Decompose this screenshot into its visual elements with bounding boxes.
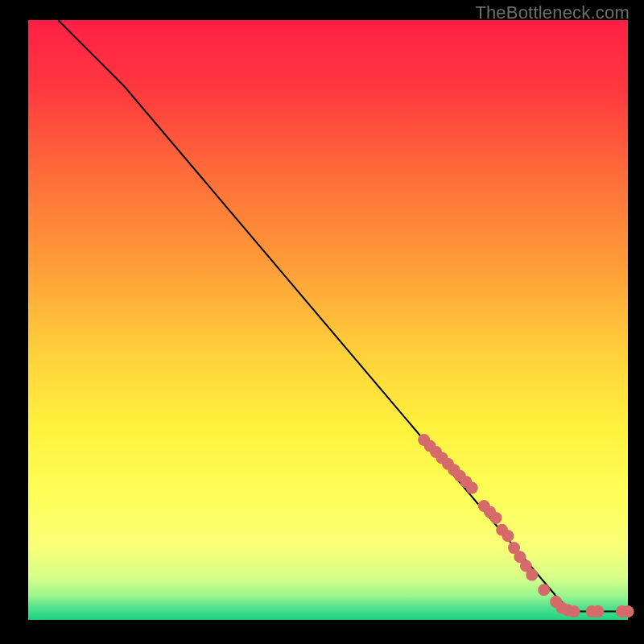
bottleneck-curve [58, 20, 628, 612]
scatter-points [418, 434, 634, 617]
data-point [622, 605, 634, 617]
data-point [490, 512, 502, 524]
chart-svg [28, 20, 628, 620]
data-point [466, 482, 478, 494]
data-point [538, 584, 550, 596]
data-point [502, 530, 514, 542]
plot-area [28, 20, 628, 620]
data-point [592, 605, 604, 617]
chart-frame: TheBottleneck.com [0, 0, 644, 644]
data-point [568, 605, 580, 617]
data-point [526, 569, 538, 581]
